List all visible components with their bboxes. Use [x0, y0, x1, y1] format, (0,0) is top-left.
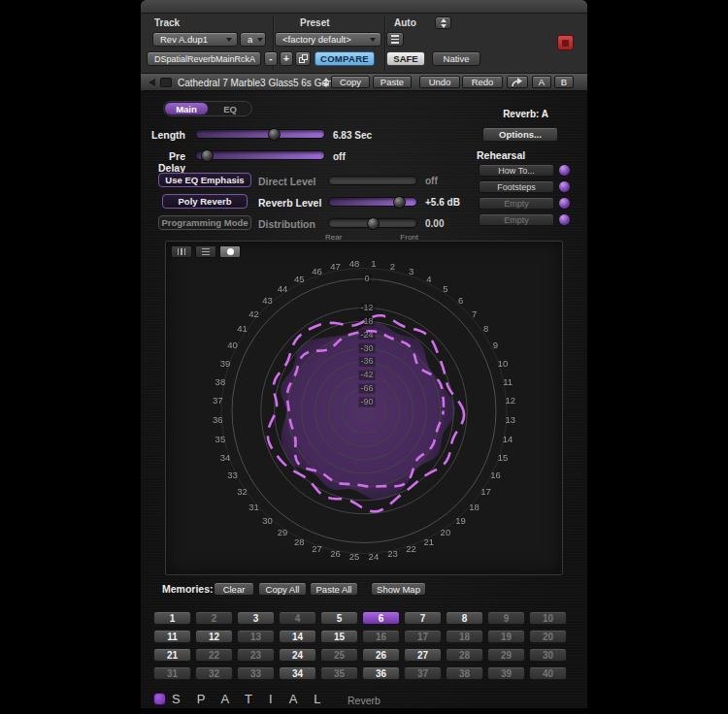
memory-cell-37[interactable]: 37 [404, 666, 442, 680]
insert-selector[interactable]: DSpatialReverbMainRckA [147, 51, 261, 66]
view-mode-list-button[interactable] [195, 245, 216, 258]
slider-handle[interactable] [268, 128, 281, 141]
direct-level-slider[interactable] [328, 174, 417, 187]
memory-cell-40[interactable]: 40 [529, 666, 567, 680]
memory-cell-2[interactable]: 2 [195, 611, 233, 625]
paste-button[interactable]: Paste [373, 76, 412, 88]
poly-reverb-button[interactable]: Poly Reverb [162, 194, 248, 209]
copy-settings-button[interactable] [295, 51, 311, 66]
rehearsal-slot-icon[interactable] [558, 180, 571, 193]
options-button[interactable]: Options... [482, 127, 558, 142]
memory-cell-33[interactable]: 33 [237, 666, 275, 680]
memory-grid: 1234567891011121314151617181920212223242… [153, 611, 567, 680]
memories-copy-all-button[interactable]: Copy All [258, 582, 307, 596]
rehearsal-slot-icon[interactable] [558, 164, 571, 177]
memory-cell-12[interactable]: 12 [195, 630, 233, 643]
memory-cell-13[interactable]: 13 [237, 630, 275, 643]
programming-mode-button[interactable]: Programming Mode [158, 215, 251, 230]
librarian-menu-button[interactable] [386, 32, 404, 47]
decrement-preset-button[interactable]: - [264, 51, 278, 66]
memory-cell-17[interactable]: 17 [404, 630, 442, 643]
processing-format-button[interactable]: Native [432, 51, 480, 66]
pre-delay-slider[interactable] [195, 148, 325, 162]
memory-cell-11[interactable]: 11 [153, 630, 191, 643]
memory-cell-1[interactable]: 1 [153, 611, 191, 625]
memory-cell-38[interactable]: 38 [446, 666, 483, 680]
memory-cell-15[interactable]: 15 [320, 630, 358, 643]
rehearsal-item-footsteps[interactable]: Footsteps [479, 180, 554, 193]
memory-cell-5[interactable]: 5 [320, 611, 358, 625]
track-selector[interactable]: Rev A.dup1 [152, 32, 238, 47]
view-mode-bars-button[interactable] [171, 245, 192, 258]
memory-cell-32[interactable]: 32 [195, 666, 233, 680]
chevron-down-icon [226, 38, 232, 42]
slider-handle[interactable] [393, 196, 406, 209]
compare-button[interactable]: COMPARE [314, 51, 375, 66]
ab-b-button[interactable]: B [554, 76, 574, 88]
preset-selector[interactable]: <factory default> [275, 32, 381, 47]
memory-cell-25[interactable]: 25 [320, 648, 358, 662]
slider-handle[interactable] [367, 217, 380, 230]
memory-cell-10[interactable]: 10 [529, 611, 567, 625]
memory-cell-19[interactable]: 19 [487, 630, 525, 643]
memory-cell-36[interactable]: 36 [362, 666, 400, 680]
memory-cell-23[interactable]: 23 [237, 648, 275, 662]
spatial-map-canvas[interactable] [166, 242, 562, 574]
memory-cell-39[interactable]: 39 [487, 666, 525, 680]
rehearsal-item-how-to[interactable]: How To... [479, 164, 554, 177]
slider-handle[interactable] [201, 149, 214, 162]
show-map-button[interactable]: Show Map [371, 582, 426, 596]
memory-cell-18[interactable]: 18 [446, 630, 483, 643]
memory-cell-28[interactable]: 28 [446, 648, 483, 662]
length-slider[interactable] [195, 127, 325, 141]
memory-cell-7[interactable]: 7 [404, 611, 442, 625]
memory-cell-22[interactable]: 22 [195, 648, 233, 662]
rehearsal-slot-icon[interactable] [558, 197, 571, 210]
reverb-level-slider[interactable] [328, 195, 417, 209]
ab-a-button[interactable]: A [532, 76, 551, 88]
redo-jump-button[interactable] [507, 76, 528, 88]
plus-label: + [283, 53, 289, 64]
view-mode-map-button[interactable] [219, 245, 241, 258]
memory-cell-24[interactable]: 24 [279, 648, 316, 662]
memory-cell-6[interactable]: 6 [362, 611, 400, 625]
auto-menu-icon[interactable] [435, 16, 451, 29]
memory-cell-27[interactable]: 27 [404, 648, 442, 662]
safe-button[interactable]: SAFE [386, 51, 425, 66]
plugin-panel: Main EQ Reverb: A Length 6.83 Sec Option… [141, 91, 587, 708]
memory-cell-35[interactable]: 35 [320, 666, 358, 680]
increment-preset-button[interactable]: + [280, 51, 293, 66]
tab-main[interactable]: Main [164, 102, 209, 115]
pre-delay-label: Pre Delay [141, 150, 185, 174]
memory-cell-16[interactable]: 16 [362, 630, 400, 643]
memory-cell-4[interactable]: 4 [279, 611, 316, 625]
memory-cell-8[interactable]: 8 [446, 611, 483, 625]
memory-cell-14[interactable]: 14 [279, 630, 316, 643]
window-titlebar[interactable] [141, 0, 587, 14]
distribution-slider[interactable] [328, 216, 417, 230]
undo-button[interactable]: Undo [419, 76, 460, 88]
use-eq-emphasis-button[interactable]: Use EQ Emphasis [158, 173, 251, 187]
collapse-triangle-icon[interactable] [149, 79, 155, 86]
rehearsal-item-empty-2[interactable]: Empty [479, 213, 554, 226]
setting-stepper[interactable] [321, 77, 331, 88]
memory-cell-20[interactable]: 20 [529, 630, 567, 643]
memory-cell-21[interactable]: 21 [153, 648, 191, 662]
playlist-selector[interactable]: a [240, 32, 266, 47]
memory-cell-29[interactable]: 29 [487, 648, 525, 662]
tab-eq[interactable]: EQ [209, 102, 251, 115]
memory-cell-3[interactable]: 3 [237, 611, 275, 625]
memory-cell-31[interactable]: 31 [153, 666, 191, 680]
rehearsal-slot-icon[interactable] [558, 213, 571, 226]
memories-clear-button[interactable]: Clear [214, 582, 254, 596]
memory-cell-34[interactable]: 34 [279, 666, 316, 680]
rehearsal-item-empty-1[interactable]: Empty [479, 197, 554, 210]
copy-button[interactable]: Copy [331, 76, 370, 88]
memory-cell-26[interactable]: 26 [362, 648, 400, 662]
memories-paste-all-button[interactable]: Paste All [310, 582, 358, 596]
memory-cell-30[interactable]: 30 [529, 648, 567, 662]
memory-cell-9[interactable]: 9 [487, 611, 525, 625]
target-button[interactable] [557, 35, 574, 50]
target-icon [562, 40, 569, 47]
redo-button[interactable]: Redo [462, 76, 503, 88]
